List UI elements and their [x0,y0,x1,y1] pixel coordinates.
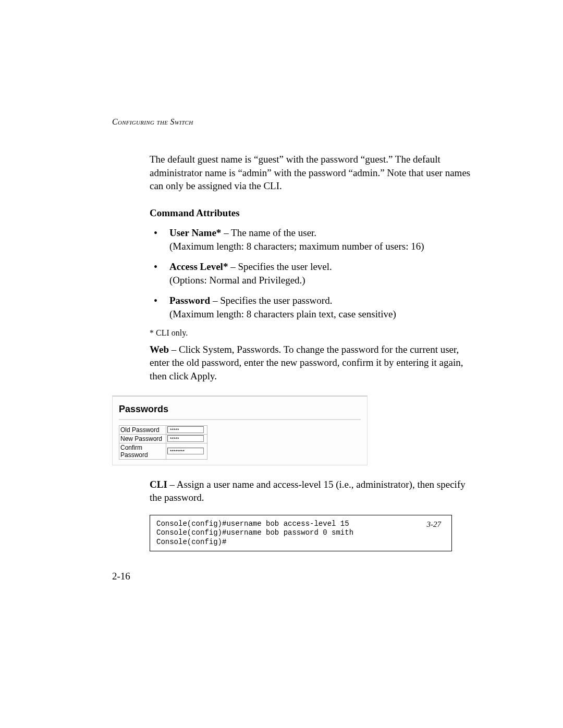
attr-term: Password [169,295,210,306]
cli-reference: 3-27 [427,520,442,529]
web-paragraph: Web – Click System, Passwords. To change… [150,343,473,383]
attr-note: (Maximum length: 8 characters; maximum n… [169,241,424,252]
attr-desc: – The name of the user. [221,227,316,238]
attr-term: User Name* [169,227,221,238]
list-item: User Name* – The name of the user. (Maxi… [165,226,473,253]
attribute-list: User Name* – The name of the user. (Maxi… [165,226,473,321]
cli-line: Console(config)#username bob access-leve… [156,520,445,529]
attr-desc: – Specifies the user password. [210,295,332,306]
intro-paragraph: The default guest name is “guest” with t… [150,153,473,193]
attr-note: (Options: Normal and Privileged.) [169,275,305,286]
attr-desc: – Specifies the user level. [228,261,332,272]
attr-note: (Maximum length: 8 characters plain text… [169,309,396,319]
cli-line: Console(config)#username bob password 0 … [156,528,445,538]
list-item: Password – Specifies the user password. … [165,294,473,320]
running-header: Configuring the Switch [112,117,487,127]
screenshot-title: Passwords [119,404,361,415]
web-text: – Click System, Passwords. To change the… [150,344,463,381]
new-password-label: New Password [119,434,166,443]
cell: ***** [166,434,207,443]
cli-text: – Assign a user name and access-level 15… [150,479,466,503]
confirm-password-input[interactable]: ******** [167,448,204,454]
table-row: New Password ***** [119,434,207,443]
passwords-screenshot: Passwords Old Password ***** New Passwor… [112,396,368,465]
cli-paragraph: CLI – Assign a user name and access-leve… [150,478,473,504]
cell: ******** [166,443,207,459]
confirm-password-label: Confirm Password [119,443,166,459]
old-password-label: Old Password [119,425,166,434]
old-password-input[interactable]: ***** [167,426,204,433]
table-row: Confirm Password ******** [119,443,207,459]
page-number: 2-16 [112,571,130,582]
web-label: Web [150,344,169,355]
divider [119,419,361,420]
footnote: * CLI only. [150,328,473,338]
list-item: Access Level* – Specifies the user level… [165,260,473,287]
attr-term: Access Level* [169,261,228,272]
cell: ***** [166,425,207,434]
password-table: Old Password ***** New Password ***** Co… [119,425,207,460]
table-row: Old Password ***** [119,425,207,434]
cli-code-box: 3-27 Console(config)#username bob access… [150,515,452,552]
cli-line: Console(config)# [156,538,445,547]
section-heading: Command Attributes [150,207,473,219]
new-password-input[interactable]: ***** [167,435,204,442]
cli-label: CLI [150,479,167,490]
